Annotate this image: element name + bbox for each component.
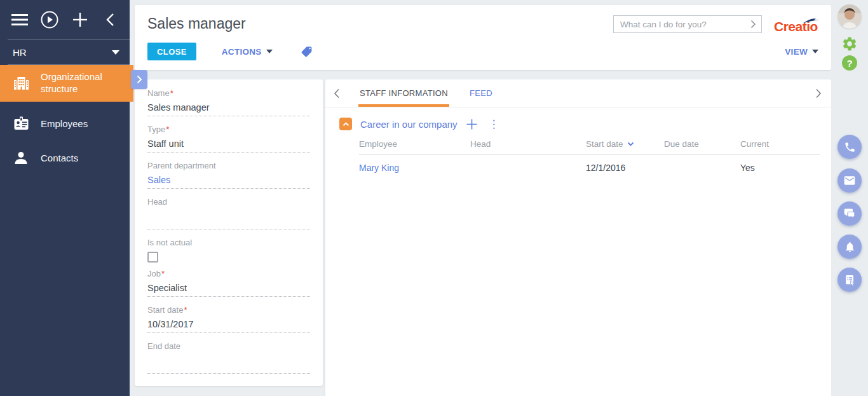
add-icon[interactable] (71, 10, 90, 29)
actions-menu-label: ACTIONS (222, 47, 262, 57)
more-options-icon[interactable]: ⋮ (486, 119, 502, 130)
field-label: Is not actual (147, 236, 310, 249)
field-label: Head (147, 196, 310, 208)
field-value[interactable]: Specialist (147, 280, 310, 297)
field-label: Start date (147, 304, 310, 317)
page-title: Sales manager (147, 15, 246, 32)
start-date-cell: 12/1/2016 (586, 163, 664, 173)
search-go-icon[interactable] (745, 16, 761, 32)
record-edit-panel: Name Sales manager Type Staff unit Paren… (135, 79, 323, 386)
process-play-icon[interactable] (40, 10, 59, 29)
page-header: Sales manager Creatio CLOSE ACTIONS VIEW (135, 5, 831, 70)
chevron-down-icon (266, 50, 273, 53)
record-detail-panel: STAFF INFORMATION FEED Career in our com… (325, 79, 831, 396)
career-section-header: Career in our company ⋮ (339, 118, 831, 130)
user-avatar[interactable] (837, 4, 862, 29)
creatio-logo: Creatio (774, 19, 821, 38)
sidebar-item-label: Contacts (41, 153, 78, 165)
tag-icon[interactable] (301, 46, 313, 58)
section-title: Career in our company (360, 119, 458, 130)
career-table: Employee Head Start date Due date Curren… (359, 139, 820, 181)
field-label: Parent department (147, 160, 310, 172)
field-parent-department: Parent department Sales (147, 160, 310, 189)
gear-icon[interactable] (841, 36, 858, 55)
command-line (613, 15, 762, 33)
field-value[interactable] (147, 208, 310, 229)
view-menu-button[interactable]: VIEW (785, 47, 818, 57)
tab-next-icon[interactable] (807, 79, 830, 107)
column-header-head[interactable]: Head (470, 139, 586, 149)
field-label: End date (147, 340, 310, 353)
field-end-date: End date (147, 340, 310, 374)
sidebar: HR Organizational stru (0, 0, 130, 396)
sidebar-item-employees[interactable]: Employees (0, 107, 130, 141)
chevron-down-icon (112, 50, 119, 55)
collapse-sidebar-icon[interactable] (100, 10, 119, 29)
employees-badge-icon (11, 116, 31, 133)
field-head: Head (147, 196, 310, 229)
sidebar-item-organizational-structure[interactable]: Organizational structure (0, 65, 133, 102)
field-value[interactable]: Staff unit (147, 136, 310, 153)
column-header-employee[interactable]: Employee (359, 139, 470, 149)
view-menu-label: VIEW (785, 47, 808, 57)
menu-icon[interactable] (10, 10, 29, 29)
tab-feed[interactable]: FEED (468, 79, 494, 107)
column-header-start-date[interactable]: Start date (586, 139, 664, 149)
field-type: Type Staff unit (147, 123, 310, 153)
tab-bar: STAFF INFORMATION FEED (325, 79, 831, 107)
field-value[interactable]: Sales manager (147, 100, 310, 116)
tab-staff-information[interactable]: STAFF INFORMATION (358, 79, 449, 107)
sidebar-item-label: Employees (41, 118, 88, 130)
field-value[interactable] (147, 353, 310, 374)
actions-menu-button[interactable]: ACTIONS (222, 47, 273, 57)
workspace-label: HR (13, 47, 27, 58)
phone-icon[interactable] (837, 135, 862, 159)
field-start-date: Start date 10/31/2017 (147, 304, 310, 333)
sidebar-item-label: Organizational structure (41, 71, 121, 95)
employee-link[interactable]: Mary King (359, 163, 470, 173)
sidebar-item-contacts[interactable]: Contacts (0, 141, 130, 175)
field-label: Name (147, 87, 310, 100)
action-toolbar: CLOSE ACTIONS VIEW (147, 42, 818, 61)
field-is-not-actual: Is not actual (147, 236, 310, 263)
collapse-section-icon[interactable] (339, 118, 352, 130)
workspace-selector[interactable]: HR (0, 40, 130, 64)
sort-desc-icon (627, 142, 634, 146)
current-cell: Yes (740, 163, 820, 173)
chevron-down-icon (812, 50, 818, 53)
column-header-current[interactable]: Current (740, 139, 820, 149)
field-name: Name Sales manager (147, 87, 310, 116)
task-list-icon[interactable] (837, 268, 862, 292)
tab-label: FEED (470, 88, 492, 98)
contact-person-icon (11, 151, 31, 166)
creatio-logo-swoosh-icon (803, 15, 820, 27)
help-icon[interactable]: ? (842, 55, 857, 71)
bell-icon[interactable] (837, 235, 862, 259)
close-button[interactable]: CLOSE (147, 43, 196, 60)
expand-panel-handle[interactable] (131, 70, 147, 89)
tab-prev-icon[interactable] (325, 79, 348, 107)
is-not-actual-checkbox[interactable] (147, 252, 158, 263)
field-value[interactable]: 10/31/2017 (147, 317, 310, 333)
search-input[interactable] (614, 16, 745, 32)
table-row[interactable]: Mary King 12/1/2016 Yes (359, 155, 820, 181)
add-record-icon[interactable] (466, 119, 477, 130)
column-header-due-date[interactable]: Due date (664, 139, 740, 149)
field-label: Job (147, 268, 310, 280)
table-header-row: Employee Head Start date Due date Curren… (359, 139, 820, 155)
tab-label: STAFF INFORMATION (360, 88, 448, 98)
chat-icon[interactable] (837, 201, 862, 226)
sidebar-toolbar (0, 0, 130, 39)
org-structure-icon (11, 75, 31, 92)
head-cell (470, 163, 586, 173)
field-value-link[interactable]: Sales (147, 172, 310, 189)
field-job: Job Specialist (147, 268, 310, 297)
field-label: Type (147, 123, 310, 136)
email-icon[interactable] (837, 168, 862, 193)
right-rail: ? (831, 0, 868, 396)
due-date-cell (664, 163, 740, 173)
